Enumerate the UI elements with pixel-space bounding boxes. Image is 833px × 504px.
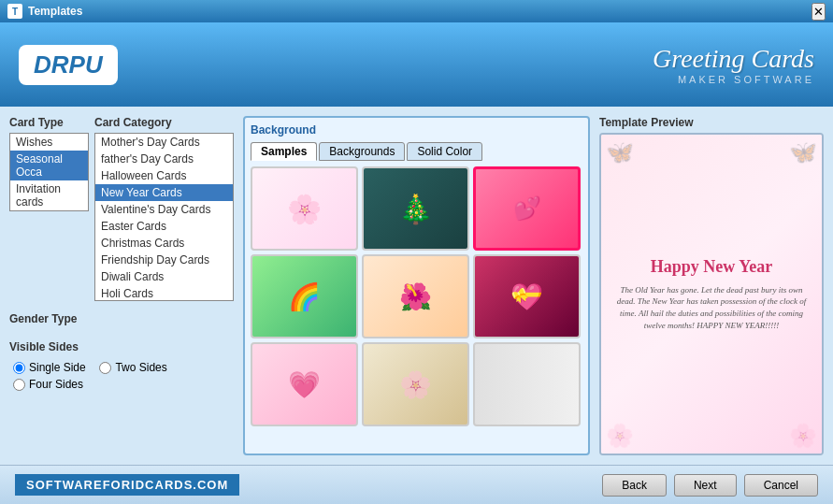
tab-samples[interactable]: Samples (251, 142, 317, 161)
card-type-title: Card Type (9, 116, 89, 129)
category-item[interactable]: father's Day Cards (95, 151, 233, 167)
card-category-section: Card Category Mother's Day Cards father'… (94, 116, 234, 301)
radio-group: Single Side Two Sides Four Sides (9, 357, 234, 395)
logo: DRPU (19, 45, 118, 85)
titlebar-left: T Templates (7, 4, 82, 19)
category-item[interactable]: Christmas Cards (95, 235, 233, 252)
card-type-section: Card Type Wishes Seasonal Occa Invitatio… (9, 116, 89, 301)
card-category-title: Card Category (94, 116, 234, 129)
deco-tr: 🦋 (789, 139, 817, 166)
bg-grid (251, 166, 582, 426)
close-button[interactable]: ✕ (811, 3, 826, 21)
card-body: The Old Year has gone. Let the dead past… (612, 284, 811, 331)
bg-thumb-3[interactable] (473, 166, 581, 251)
category-item[interactable]: Valentine's Day Cards (95, 201, 233, 218)
titlebar: T Templates ✕ (0, 0, 833, 22)
visible-sides-title: Visible Sides (9, 340, 234, 353)
tab-solid-color[interactable]: Solid Color (407, 142, 482, 161)
bg-thumb-6[interactable] (473, 254, 581, 338)
footer-buttons: Back Next Cancel (602, 474, 818, 497)
footer: SOFTWAREFORIDCARDS.COM Back Next Cancel (0, 465, 833, 504)
card-category-list: Mother's Day Cards father's Day Cards Ha… (94, 133, 234, 301)
brand-maker: MAKER SOFTWARE (653, 74, 814, 85)
bg-thumb-7[interactable] (251, 342, 358, 426)
next-button[interactable]: Next (674, 474, 737, 497)
brand-greeting: Greeting Cards (653, 44, 814, 74)
radio-single: Single Side Two Sides (13, 361, 230, 374)
main-content: Card Type Wishes Seasonal Occa Invitatio… (0, 107, 833, 465)
cancel-button[interactable]: Cancel (744, 474, 818, 497)
bg-thumb-2[interactable] (362, 166, 469, 251)
bg-thumb-1[interactable] (251, 166, 358, 251)
preview-title: Template Preview (599, 116, 824, 129)
titlebar-title: Templates (28, 5, 82, 18)
radio-single-input[interactable] (13, 362, 25, 374)
radio-two-input[interactable] (99, 362, 111, 374)
preview-box: 🦋 🦋 Happy New Year The Old Year has gone… (599, 133, 824, 455)
category-item-selected[interactable]: New Year Cards (95, 184, 233, 201)
radio-four-label: Four Sides (29, 378, 83, 391)
bg-thumb-4[interactable] (251, 254, 358, 338)
card-title: Happy New Year (651, 257, 772, 277)
center-panel: Background Samples Backgrounds Solid Col… (243, 116, 590, 455)
gender-section: Gender Type (9, 312, 234, 329)
visible-sides-section: Visible Sides Single Side Two Sides Four… (9, 340, 234, 395)
card-type-item[interactable]: Invitation cards (10, 180, 88, 210)
gender-title: Gender Type (9, 312, 234, 325)
bg-thumb-9[interactable] (473, 342, 581, 426)
radio-four-input[interactable] (13, 379, 25, 391)
header: DRPU Greeting Cards MAKER SOFTWARE (0, 22, 833, 107)
preview-card: 🦋 🦋 Happy New Year The Old Year has gone… (601, 135, 822, 454)
brand-text: Greeting Cards MAKER SOFTWARE (653, 44, 814, 85)
background-section: Background Samples Backgrounds Solid Col… (243, 116, 590, 455)
category-item[interactable]: Diwali Cards (95, 268, 233, 285)
card-type-list: Wishes Seasonal Occa Invitation cards (9, 133, 89, 211)
deco-br: 🌸 (789, 423, 817, 449)
category-item[interactable]: Holi Cards (95, 285, 233, 301)
background-title: Background (251, 123, 582, 137)
radio-two-label: Two Sides (115, 361, 166, 374)
left-top: Card Type Wishes Seasonal Occa Invitatio… (9, 116, 234, 301)
card-type-item-selected[interactable]: Seasonal Occa (10, 151, 88, 180)
deco-bl: 🌸 (606, 423, 634, 449)
bg-thumb-5[interactable] (362, 254, 469, 338)
deco-tl: 🦋 (606, 139, 634, 166)
bg-thumb-8[interactable] (362, 342, 469, 426)
category-item[interactable]: Halloween Cards (95, 167, 233, 184)
category-item[interactable]: Mother's Day Cards (95, 134, 233, 151)
footer-brand: SOFTWAREFORIDCARDS.COM (15, 474, 239, 496)
preview-panel: Template Preview 🦋 🦋 Happy New Year The … (599, 116, 824, 455)
bg-tabs: Samples Backgrounds Solid Color (251, 142, 582, 161)
tab-backgrounds[interactable]: Backgrounds (319, 142, 405, 161)
left-panel: Card Type Wishes Seasonal Occa Invitatio… (9, 116, 234, 455)
card-type-item[interactable]: Wishes (10, 134, 88, 151)
radio-four: Four Sides (13, 378, 230, 391)
category-item[interactable]: Easter Cards (95, 218, 233, 235)
category-item[interactable]: Friendship Day Cards (95, 252, 233, 268)
titlebar-icon: T (7, 4, 22, 19)
radio-single-label: Single Side (29, 361, 86, 374)
back-button[interactable]: Back (602, 474, 667, 497)
